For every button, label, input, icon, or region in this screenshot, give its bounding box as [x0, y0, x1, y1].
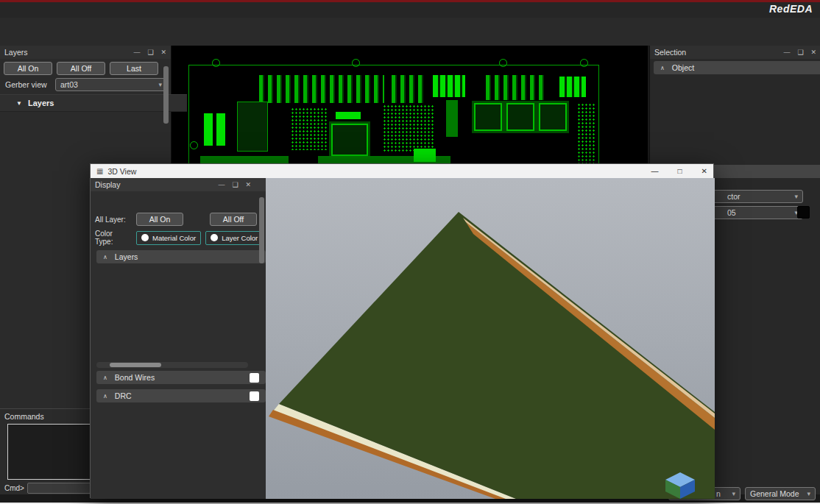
component-row [433, 75, 465, 97]
object-section-header[interactable]: ∧ Object [654, 61, 820, 74]
mode-select[interactable]: General Mode ▾ [745, 487, 816, 500]
mounting-hole [580, 59, 588, 67]
layers-3d-section-header[interactable]: ∧ Layers [96, 250, 266, 263]
component [336, 112, 361, 119]
display-panel: Display — ❑ ✕ All Layer: All On All Off … [91, 178, 266, 499]
display-titlebar: Display — ❑ ✕ [91, 178, 266, 191]
display-all-on-button[interactable]: All On [136, 213, 183, 226]
app-logo: RedEDA [769, 3, 813, 15]
restore-icon[interactable]: ❑ [797, 49, 803, 56]
minimize-icon[interactable]: — [651, 167, 659, 175]
window-icon: ▦ [96, 167, 103, 175]
toolbar-main [0, 18, 820, 32]
mode-value: General Mode [750, 489, 799, 498]
chevron-down-icon: ▾ [794, 193, 798, 200]
close-icon[interactable]: ✕ [810, 49, 816, 56]
layers-section-title: Layers [28, 99, 54, 107]
display-all-off-button[interactable]: All Off [210, 213, 257, 226]
component-row [392, 75, 425, 103]
maximize-icon[interactable]: □ [678, 167, 682, 175]
axis-cube[interactable] [660, 471, 701, 499]
toolbar-draw [0, 32, 820, 46]
restore-icon[interactable]: ❑ [232, 181, 238, 188]
layer-color-radio[interactable]: Layer Color [205, 231, 263, 245]
layers-all-off-button[interactable]: All Off [57, 62, 105, 75]
3d-viewport[interactable] [266, 178, 715, 499]
component [414, 149, 436, 162]
display-scrollbar[interactable] [259, 197, 264, 263]
restore-icon[interactable]: ❑ [147, 49, 153, 56]
qfp-component [331, 124, 368, 156]
layers-panel-title: Layers [4, 48, 28, 57]
radio-icon [141, 234, 149, 241]
chevron-up-icon: ∧ [103, 254, 107, 260]
gerber-view-label: Gerber view [5, 80, 55, 89]
3d-view-titlebar[interactable]: ▦ 3D View — □ ✕ [91, 164, 713, 178]
component [446, 100, 458, 137]
qfp-component [506, 103, 534, 131]
command-prompt-label: Cmd> [4, 484, 24, 492]
component-row [559, 77, 586, 97]
close-icon[interactable]: ✕ [701, 167, 707, 175]
drc-section-header[interactable]: ∧ DRC [96, 389, 266, 402]
component-row [486, 75, 548, 100]
bond-wires-section-header[interactable]: ∧ Bond Wires [96, 371, 266, 384]
layers-all-on-button[interactable]: All On [4, 62, 52, 75]
mounting-hole [190, 141, 198, 149]
mounting-hole [499, 59, 507, 67]
display-title: Display [95, 180, 120, 189]
bga-grid [291, 107, 328, 150]
mounting-hole [352, 59, 360, 67]
bond-wires-checkbox[interactable] [250, 373, 259, 383]
gerber-view-select[interactable]: art03 ▾ [55, 78, 167, 91]
bond-wires-title: Bond Wires [115, 373, 155, 382]
chevron-up-icon: ∧ [103, 393, 107, 400]
chevron-down-icon: ▾ [732, 490, 735, 497]
component [216, 113, 225, 146]
layers-3d-section-title: Layers [115, 252, 138, 261]
radio-icon [211, 234, 218, 241]
selection-panel-title: Selection [654, 48, 686, 57]
gerber-view-value: art03 [60, 80, 78, 89]
layer-color-swatch[interactable] [797, 206, 810, 219]
minimize-icon[interactable]: — [218, 181, 225, 188]
close-icon[interactable]: ✕ [245, 181, 251, 188]
layers-scrollbar[interactable] [163, 66, 169, 124]
drc-checkbox[interactable] [250, 391, 259, 401]
layers-panel-titlebar: Layers — ❑ ✕ [0, 46, 171, 59]
chevron-up-icon: ∧ [103, 375, 107, 381]
app-screen: RedEDA Layers — [0, 0, 820, 504]
qfp-component [474, 103, 502, 131]
ic-component [237, 102, 268, 152]
chevron-down-icon: ▼ [16, 100, 22, 107]
3d-view-title: 3D View [107, 167, 136, 176]
3d-board-render [266, 178, 715, 499]
selection-panel-titlebar: Selection — ❑ ✕ [650, 46, 820, 59]
all-layer-label: All Layer: [95, 216, 132, 224]
material-color-label: Material Color [152, 234, 196, 242]
component [204, 113, 213, 146]
bga-grid [383, 104, 434, 152]
minimize-icon[interactable]: — [783, 49, 790, 56]
component-row [259, 75, 384, 103]
close-icon[interactable]: ✕ [160, 49, 166, 56]
chevron-down-icon: ▾ [807, 490, 810, 497]
3d-view-window: ▦ 3D View — □ ✕ Display — ❑ ✕ All Layer: [90, 163, 714, 498]
color-type-label: Color Type: [95, 230, 132, 246]
material-color-radio[interactable]: Material Color [136, 231, 201, 245]
menubar [0, 2, 820, 18]
chevron-up-icon: ∧ [660, 65, 665, 71]
minimize-icon[interactable]: — [133, 49, 140, 56]
layers-section-header[interactable]: ▼ Layers [0, 94, 187, 112]
mounting-hole [212, 59, 220, 67]
object-section-title: Object [672, 63, 694, 72]
qfp-component [539, 103, 567, 131]
layer-color-label: Layer Color [222, 234, 258, 242]
layers-last-button[interactable]: Last [110, 62, 158, 75]
drc-title: DRC [115, 391, 132, 400]
chevron-down-icon: ▾ [158, 81, 162, 88]
table-hscrollbar[interactable] [96, 362, 248, 368]
